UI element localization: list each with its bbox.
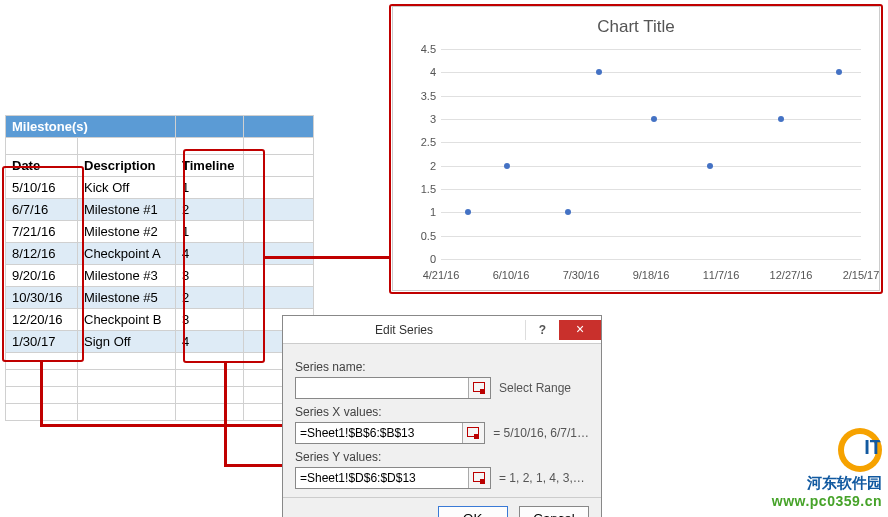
series-y-label: Series Y values: [295, 450, 589, 464]
range-picker-icon[interactable] [462, 423, 484, 443]
series-name-input[interactable] [296, 378, 468, 398]
col-desc: Description [78, 155, 176, 177]
watermark-text-cn: 河东软件园 [772, 474, 882, 493]
connector-line [265, 256, 389, 259]
series-x-input[interactable] [296, 423, 462, 443]
series-x-result: = 5/10/16, 6/7/1… [493, 426, 589, 440]
watermark-text-url: www.pc0359.cn [772, 493, 882, 509]
range-picker-icon[interactable] [468, 468, 490, 488]
edit-series-dialog: Edit Series ? × Series name: Select Rang… [282, 315, 602, 517]
connector-line [40, 424, 293, 427]
watermark-logo-icon: IT [838, 428, 882, 472]
callout-timeline-column [183, 149, 265, 363]
connector-line [40, 362, 43, 424]
dialog-title: Edit Series [283, 323, 525, 337]
range-picker-icon[interactable] [468, 378, 490, 398]
series-x-label: Series X values: [295, 405, 589, 419]
table-title: Milestone(s) [6, 116, 176, 138]
connector-line [224, 363, 227, 465]
cancel-button[interactable]: Cancel [519, 506, 589, 517]
series-name-hint: Select Range [499, 381, 589, 395]
callout-chart [389, 4, 883, 294]
ok-button[interactable]: OK [438, 506, 508, 517]
callout-dates-column [2, 166, 84, 362]
help-button[interactable]: ? [525, 320, 559, 340]
series-name-label: Series name: [295, 360, 589, 374]
close-button[interactable]: × [559, 320, 601, 340]
series-y-result: = 1, 2, 1, 4, 3,… [499, 471, 589, 485]
series-y-input[interactable] [296, 468, 468, 488]
watermark: IT 河东软件园 www.pc0359.cn [772, 428, 882, 509]
